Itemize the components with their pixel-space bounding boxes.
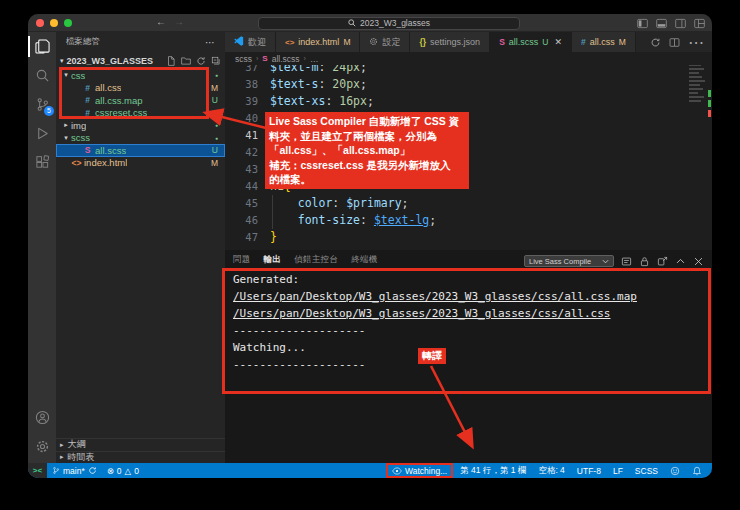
new-file-icon[interactable] (166, 56, 176, 66)
lock-scroll-icon[interactable] (639, 256, 650, 267)
chevron-down-icon: ▾ (60, 57, 64, 65)
errors-count: 0 (117, 466, 122, 476)
extensions-icon[interactable] (28, 148, 56, 177)
close-window-button[interactable] (36, 19, 44, 27)
command-center-search[interactable]: 2023_W3_glasses (258, 17, 520, 30)
forward-icon[interactable]: → (174, 16, 184, 27)
close-panel-icon[interactable] (693, 256, 704, 267)
explorer-icon[interactable] (28, 32, 56, 61)
file-label: index.html (84, 157, 127, 168)
file-label: css (71, 70, 85, 81)
chevron-right-icon: › (256, 55, 258, 62)
explorer-more-actions-icon[interactable]: ⋯ (205, 37, 215, 48)
annotation-note-live-sass: Live Sass Compiler 自動新增了 CSS 資 料夾，並且建立了兩… (265, 112, 469, 189)
file-tree: ▾css●#all.cssM#all.css.mapU#cssreset.css… (56, 69, 225, 169)
tree-item-css[interactable]: ▾css● (56, 69, 225, 82)
tree-item-all.css.map[interactable]: #all.css.mapU (56, 94, 225, 107)
back-icon[interactable]: ← (156, 16, 166, 27)
chevron-right-icon: ▸ (61, 121, 71, 129)
chevron-right-icon: ▸ (60, 441, 64, 449)
toggle-sidebar-icon[interactable] (637, 18, 648, 29)
tree-item-cssreset.css[interactable]: #cssreset.css (56, 107, 225, 120)
new-folder-icon[interactable] (181, 56, 191, 66)
line-number: 43 (225, 161, 258, 178)
encoding-item[interactable]: UTF-8 (572, 466, 606, 476)
eol-item[interactable]: LF (608, 466, 628, 476)
settings-gear-icon[interactable] (28, 432, 56, 461)
timeline-section[interactable]: ▸ 時間表 (56, 451, 225, 464)
project-root-row[interactable]: ▾ 2023_W3_GLASSES (56, 52, 225, 69)
watching-label: Watching... (405, 466, 447, 476)
traffic-lights (36, 19, 72, 27)
tree-item-all.scss[interactable]: Sall.scssU (56, 144, 225, 157)
cursor-position-item[interactable]: 第 41 行，第 1 欄 (455, 465, 531, 477)
customize-layout-icon[interactable] (694, 18, 705, 29)
notifications-bell-icon[interactable] (687, 466, 707, 476)
line-number: 46 (225, 212, 258, 229)
breadcrumb[interactable]: scss › S all.scss › … (225, 52, 712, 65)
breadcrumb-symbol[interactable]: … (310, 54, 319, 64)
toggle-secondary-sidebar-icon[interactable] (675, 18, 686, 29)
chevron-right-icon: › (304, 55, 306, 62)
title-bar: ← → 2023_W3_glasses (28, 14, 712, 32)
tree-item-all.css[interactable]: #all.cssM (56, 82, 225, 95)
line-number: 47 (225, 229, 258, 246)
code-text: $text-s: 20px; (270, 76, 367, 93)
tree-item-scss[interactable]: ▾scss● (56, 132, 225, 145)
account-icon[interactable] (28, 403, 56, 432)
code-text: color: $primary; (270, 195, 409, 212)
tree-item-img[interactable]: ▸img● (56, 119, 225, 132)
css-file-icon: # (82, 83, 93, 93)
refresh-icon[interactable] (196, 56, 206, 66)
collapse-folders-icon[interactable] (211, 56, 221, 66)
panel-tab-終端機[interactable]: 終端機 (351, 254, 377, 268)
panel-tab-問題[interactable]: 問題 (233, 254, 251, 268)
scm-changes-badge: 5 (44, 106, 54, 116)
search-view-icon[interactable] (28, 61, 56, 90)
output-file-link[interactable]: /Users/pan/Desktop/W3_glasses/2023_W3_gl… (233, 305, 704, 322)
language-mode-item[interactable]: SCSS (630, 466, 663, 476)
sass-file-icon: S (262, 54, 267, 63)
run-debug-icon[interactable] (28, 119, 56, 148)
chevron-down-icon (602, 259, 609, 264)
maximize-panel-icon[interactable] (675, 256, 686, 267)
toggle-panel-icon[interactable] (656, 18, 667, 29)
warnings-count: 0 (134, 466, 139, 476)
clear-output-icon[interactable] (621, 256, 632, 267)
search-title: 2023_W3_glasses (360, 18, 430, 28)
panel-header: 問題輸出偵錯主控台終端機 Live Sass Compile (225, 254, 712, 268)
git-status-badge: U (212, 145, 218, 155)
code-line: 45 color: $primary; (225, 195, 712, 212)
indentation-item[interactable]: 空格: 4 (533, 465, 569, 477)
outline-section[interactable]: ▸ 大綱 (56, 438, 225, 451)
breadcrumb-folder[interactable]: scss (235, 54, 252, 64)
chevron-down-icon: ▾ (61, 71, 71, 79)
minimize-window-button[interactable] (50, 19, 58, 27)
feedback-icon[interactable] (665, 466, 685, 476)
breadcrumb-file[interactable]: all.scss (272, 54, 300, 64)
chevron-right-icon: ▸ (60, 453, 64, 461)
output-log[interactable]: Generated:/Users/pan/Desktop/W3_glasses/… (233, 271, 704, 373)
timeline-label: 時間表 (68, 451, 95, 464)
git-status-badge: ● (215, 72, 218, 78)
code-line: 39$text-xs: 16px; (225, 93, 712, 110)
bottom-panel: 問題輸出偵錯主控台終端機 Live Sass Compile Generated… (225, 250, 712, 463)
file-label: img (71, 120, 86, 131)
open-log-icon[interactable] (657, 256, 668, 267)
sass-watching-item[interactable]: Watching... (386, 463, 453, 478)
file-label: all.css (95, 82, 121, 93)
git-status-badge: U (212, 95, 218, 105)
panel-tab-輸出[interactable]: 輸出 (264, 254, 282, 269)
git-branch-item[interactable]: main* (47, 466, 102, 476)
file-label: all.css.map (95, 95, 143, 106)
problems-item[interactable]: ⊗0 △0 (102, 466, 144, 476)
chevron-down-icon: ▾ (61, 134, 71, 142)
tree-item-index.html[interactable]: <>index.htmlM (56, 157, 225, 170)
output-file-link[interactable]: /Users/pan/Desktop/W3_glasses/2023_W3_gl… (233, 288, 704, 305)
zoom-window-button[interactable] (64, 19, 72, 27)
git-status-badge: ● (215, 122, 218, 128)
remote-indicator[interactable]: >< (28, 463, 47, 478)
source-control-icon[interactable]: 5 (28, 90, 56, 119)
panel-tab-偵錯主控台[interactable]: 偵錯主控台 (294, 254, 338, 268)
output-channel-select[interactable]: Live Sass Compile (524, 255, 614, 267)
